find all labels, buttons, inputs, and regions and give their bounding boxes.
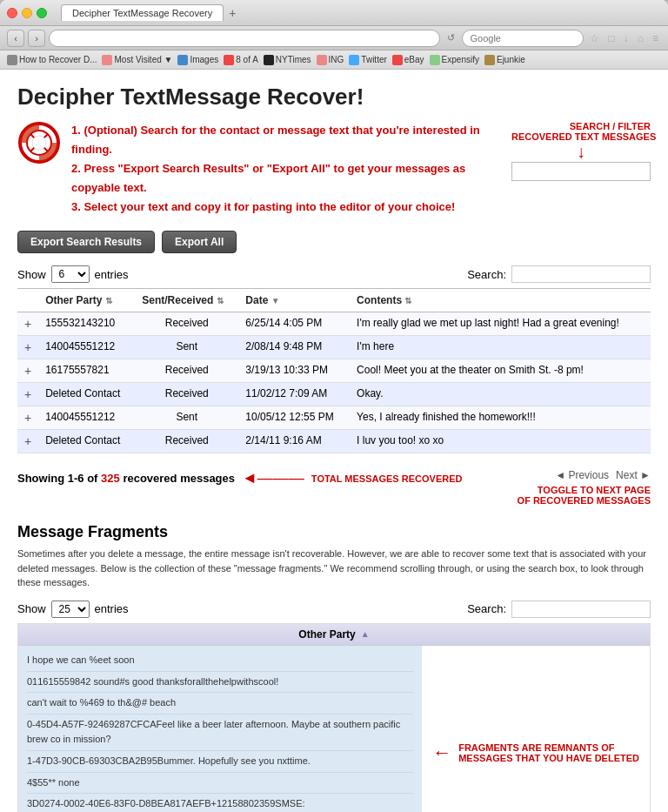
entries-select[interactable]: 6 10 25 bbox=[51, 265, 90, 283]
expand-cell[interactable]: + bbox=[17, 312, 38, 336]
minimize-button[interactable] bbox=[22, 8, 32, 18]
instructions-list: 1. (Optional) Search for the contact or … bbox=[71, 121, 511, 217]
bookmark-twitter[interactable]: Twitter bbox=[349, 55, 386, 65]
direction-cell: Received bbox=[135, 383, 238, 406]
new-tab-button[interactable]: + bbox=[229, 6, 236, 20]
active-tab[interactable]: Decipher TextMessage Recovery bbox=[61, 4, 224, 21]
fragment-item: can't wait to %469 to th&@# beach bbox=[27, 695, 413, 715]
table-search-row: Search: bbox=[467, 265, 651, 283]
expand-icon[interactable]: + bbox=[24, 364, 31, 378]
fragments-sort-icon[interactable]: ▲ bbox=[361, 629, 370, 639]
date-cell: 6/25/14 4:05 PM bbox=[238, 312, 350, 336]
close-button[interactable] bbox=[7, 8, 17, 18]
nav-search-input[interactable] bbox=[462, 30, 584, 47]
instruction-2: 2. Press "Export Search Results" or "Exp… bbox=[71, 159, 511, 198]
col-date[interactable]: Date ▼ bbox=[238, 289, 350, 312]
action-buttons: Export Search Results Export All bbox=[17, 231, 651, 253]
export-search-button[interactable]: Export Search Results bbox=[17, 231, 155, 253]
refresh-icon[interactable]: ↺ bbox=[447, 32, 455, 44]
page-title: Decipher TextMessage Recover! bbox=[17, 84, 651, 111]
col-contents[interactable]: Contents ⇅ bbox=[350, 289, 651, 312]
showing-suffix: recovered messages bbox=[120, 472, 235, 485]
expand-cell[interactable]: + bbox=[17, 359, 38, 383]
fragments-show-label: Show bbox=[17, 602, 46, 615]
previous-button[interactable]: ◄ Previous bbox=[555, 469, 609, 481]
fragments-search-input[interactable] bbox=[511, 601, 651, 618]
table-header-row: Other Party ⇅ Sent/Received ⇅ Date ▼ Con… bbox=[17, 289, 651, 312]
fragments-entries-select[interactable]: 25 10 50 bbox=[51, 601, 90, 618]
showing-prefix: Showing 1-6 of bbox=[17, 472, 101, 485]
export-all-button[interactable]: Export All bbox=[162, 231, 237, 253]
showing-nav-row: Showing 1-6 of 325 recovered messages ◄—… bbox=[17, 462, 651, 506]
party-cell: Deleted Contact bbox=[38, 430, 135, 453]
bookmark-ing[interactable]: ING bbox=[317, 55, 344, 65]
fragment-item: 0-45D4-A57F-92469287CFCAFeel like a beer… bbox=[27, 717, 413, 751]
showing-count: 325 bbox=[101, 472, 120, 485]
fragments-annotation: FRAGMENTS ARE REMNANTS OF MESSAGES THAT … bbox=[458, 742, 639, 763]
fullscreen-button[interactable] bbox=[37, 8, 47, 18]
table-row: + 140045551212 Sent 2/08/14 9:48 PM I'm … bbox=[17, 336, 651, 359]
bookmark-images[interactable]: Images bbox=[177, 55, 218, 65]
contents-cell: I'm here bbox=[350, 336, 651, 359]
arrow-right-icon: ◄——— bbox=[242, 469, 304, 487]
url-bar[interactable] bbox=[49, 30, 440, 47]
tab-label: Decipher TextMessage Recovery bbox=[72, 8, 212, 18]
forward-button[interactable]: › bbox=[28, 30, 45, 47]
entries-label: entries bbox=[95, 268, 129, 281]
expand-cell[interactable]: + bbox=[17, 383, 38, 406]
share-icon: □ bbox=[608, 32, 614, 44]
bookmark-ejunkie[interactable]: Ejunkie bbox=[484, 55, 525, 65]
contents-cell: Yes, I already finished the homework!!! bbox=[350, 406, 651, 430]
bookmarks-bar: How to Recover D... Most Visited ▼ Image… bbox=[0, 50, 668, 70]
bookmark-icon bbox=[392, 55, 403, 65]
contents-cell: Okay. bbox=[350, 383, 651, 406]
fragments-description: Sometimes after you delete a message, th… bbox=[17, 547, 651, 590]
bookmark-ebay[interactable]: eBay bbox=[392, 55, 424, 65]
bookmark-icon bbox=[430, 55, 440, 65]
fragments-col-label: Other Party bbox=[298, 628, 355, 641]
table-controls: Show 6 10 25 entries Search: bbox=[17, 265, 651, 283]
fragments-search-row: Search: bbox=[467, 601, 651, 618]
expand-icon[interactable]: + bbox=[24, 340, 31, 354]
fragments-search-label: Search: bbox=[467, 602, 506, 615]
search-input-top[interactable] bbox=[511, 162, 651, 181]
bookmark-expensify[interactable]: Expensify bbox=[430, 55, 479, 65]
bookmark-nytimes[interactable]: NYTimes bbox=[264, 55, 311, 65]
expand-cell[interactable]: + bbox=[17, 406, 38, 430]
instruction-1: 1. (Optional) Search for the contact or … bbox=[71, 121, 511, 159]
next-button[interactable]: Next ► bbox=[616, 469, 651, 481]
party-cell: 140045551212 bbox=[38, 336, 135, 359]
menu-icon: ≡ bbox=[652, 32, 658, 44]
home-icon: ⌂ bbox=[638, 32, 644, 44]
col-direction[interactable]: Sent/Received ⇅ bbox=[135, 289, 238, 312]
expand-icon[interactable]: + bbox=[24, 387, 31, 401]
direction-cell: Sent bbox=[135, 336, 238, 359]
fragments-entries-label: entries bbox=[95, 602, 129, 615]
arrow-left-icon: ← bbox=[432, 742, 451, 764]
annotation-total: TOTAL MESSAGES RECOVERED bbox=[311, 473, 463, 484]
lifesaver-icon bbox=[17, 121, 61, 164]
table-search-input[interactable] bbox=[511, 265, 651, 283]
back-button[interactable]: ‹ bbox=[7, 30, 24, 47]
bookmark-icon bbox=[317, 55, 327, 65]
bookmark-recover[interactable]: How to Recover D... bbox=[7, 55, 97, 65]
direction-cell: Received bbox=[135, 359, 238, 383]
expand-icon[interactable]: + bbox=[24, 317, 31, 331]
expand-icon[interactable]: + bbox=[24, 411, 31, 425]
col-expand bbox=[17, 289, 38, 312]
table-row: + Deleted Contact Received 2/14/11 9:16 … bbox=[17, 430, 651, 453]
fragment-item: 3D0274-0002-40E6-83F0-D8BEA817AEFB+12158… bbox=[27, 796, 413, 812]
direction-cell: Received bbox=[135, 312, 238, 336]
search-label: Search: bbox=[467, 268, 506, 281]
expand-cell[interactable]: + bbox=[17, 430, 38, 453]
expand-icon[interactable]: + bbox=[24, 434, 31, 448]
col-party[interactable]: Other Party ⇅ bbox=[38, 289, 135, 312]
bookmark-8ofa[interactable]: 8 of A bbox=[224, 55, 258, 65]
bookmark-icon bbox=[177, 55, 188, 65]
annotation-search-filter: SEARCH / FILTER RECOVERED TEXT MESSAGES bbox=[511, 121, 651, 142]
bookmark-mostvisited[interactable]: Most Visited ▼ bbox=[102, 55, 172, 65]
table-row: + 16175557821 Received 3/19/13 10:33 PM … bbox=[17, 359, 651, 383]
annotation-next-page: TOGGLE TO NEXT PAGE OF RECOVERED MESSAGE… bbox=[518, 485, 651, 506]
expand-cell[interactable]: + bbox=[17, 336, 38, 359]
date-cell: 2/08/14 9:48 PM bbox=[238, 336, 350, 359]
